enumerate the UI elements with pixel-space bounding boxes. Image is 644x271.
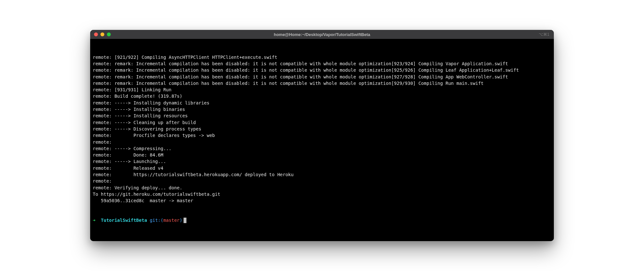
titlebar: home@Home:~/Desktop/Vapor/TutorialSwiftB… (90, 30, 554, 39)
terminal-output: remote: [921/922] Compiling AsyncHTTPCli… (93, 54, 551, 204)
terminal-line: remote: [921/922] Compiling AsyncHTTPCli… (93, 54, 551, 60)
prompt-directory: TutorialSwiftBeta (101, 217, 147, 223)
window-title: home@Home:~/Desktop/Vapor/TutorialSwiftB… (90, 32, 554, 37)
terminal-line: remote: [931/931] Linking Run (93, 86, 551, 93)
terminal-line: remote: -----> Installing binaries (93, 106, 551, 113)
terminal-line: remote: (93, 178, 551, 184)
prompt-arrow-icon: ➜ (93, 217, 95, 223)
terminal-line: remote: remark: Incremental compilation … (93, 60, 551, 67)
terminal-line: remote: remark: Incremental compilation … (93, 67, 551, 73)
maximize-window-button[interactable] (107, 32, 111, 36)
terminal-line: To https://git.heroku.com/tutorialswiftb… (93, 191, 551, 197)
terminal-line: remote: remark: Incremental compilation … (93, 80, 551, 86)
pane-indicator: ⌥⌘1 (539, 32, 549, 37)
terminal-line: 59a5036..31ced8c master -> master (93, 197, 551, 204)
prompt-branch: master (163, 217, 180, 223)
terminal-line: remote: Released v4 (93, 165, 551, 171)
minimize-window-button[interactable] (100, 32, 104, 36)
terminal-line: remote: -----> Installing dynamic librar… (93, 100, 551, 106)
cursor (184, 218, 186, 223)
terminal-line: remote: Done: 84.6M (93, 152, 551, 158)
terminal-line: remote: Build complete! (319.87s) (93, 93, 551, 99)
terminal-line: remote: Procfile declares types -> web (93, 132, 551, 139)
terminal-line: remote: -----> Launching... (93, 158, 551, 165)
close-window-button[interactable] (94, 32, 98, 36)
terminal-line: remote: Verifying deploy... done. (93, 185, 551, 191)
terminal-line: remote: -----> Discovering process types (93, 126, 551, 132)
terminal-line: remote: -----> Installing resources (93, 113, 551, 119)
prompt-git-label: git:( (150, 217, 163, 223)
terminal-body[interactable]: remote: [921/922] Compiling AsyncHTTPCli… (90, 39, 554, 241)
prompt-git-close: ) (180, 217, 182, 223)
terminal-line: remote: -----> Cleaning up after build (93, 119, 551, 126)
traffic-lights (94, 32, 111, 36)
terminal-window: home@Home:~/Desktop/Vapor/TutorialSwiftB… (90, 30, 554, 241)
terminal-line: remote: remark: Incremental compilation … (93, 74, 551, 80)
shell-prompt[interactable]: ➜ TutorialSwiftBeta git:(master) (93, 217, 551, 223)
terminal-line: remote: -----> Compressing... (93, 145, 551, 152)
terminal-line: remote: (93, 139, 551, 145)
terminal-line: remote: https://tutorialswiftbeta.heroku… (93, 171, 551, 178)
